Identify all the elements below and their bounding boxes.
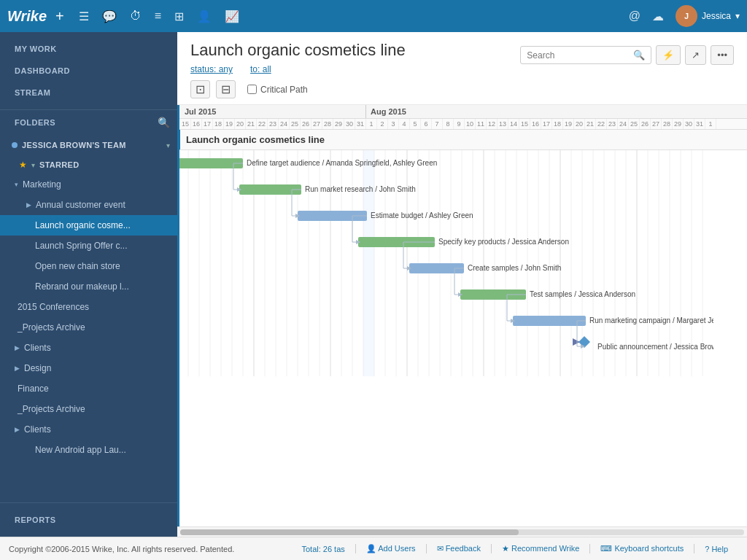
day-cell: 17 xyxy=(541,119,552,129)
sidebar-item-label: 2015 Conferences xyxy=(18,302,89,312)
gantt-scroll-area[interactable]: Jul 2015 Aug 2015 1516171819202122232425… xyxy=(177,105,747,526)
day-cell: 25 xyxy=(290,119,301,129)
day-cell: 31 xyxy=(694,119,705,129)
sidebar-item-annual-event[interactable]: ▶ Annual customer event xyxy=(0,195,177,215)
task-label: Run marketing campaign / Margaret Jennis… xyxy=(589,316,713,324)
sidebar-item-marketing[interactable]: ▾ Marketing xyxy=(0,174,177,195)
sidebar-item-rebrand[interactable]: Rebrand our makeup l... xyxy=(0,276,177,297)
starred-header[interactable]: ★ ▾ STARRED xyxy=(0,155,177,174)
critical-path-checkbox-label[interactable]: Critical Path xyxy=(247,85,308,95)
critical-path-label: Critical Path xyxy=(260,85,308,95)
day-cell: 14 xyxy=(508,119,519,129)
user-menu[interactable]: J Jessica ▾ xyxy=(676,5,740,27)
day-cell: 20 xyxy=(235,119,246,129)
chart-icon[interactable]: 📈 xyxy=(225,9,239,23)
day-cell: 26 xyxy=(640,119,651,129)
day-cell: 2 xyxy=(377,119,388,129)
gantt-wrapper: Jul 2015 Aug 2015 1516171819202122232425… xyxy=(177,105,747,537)
task-label: Define target audience / Amanda Springfi… xyxy=(247,159,437,167)
starred-chevron: ▾ xyxy=(31,161,35,169)
sidebar-item-label: _Projects Archive xyxy=(18,322,85,332)
day-cell: 30 xyxy=(684,119,694,129)
team-header[interactable]: JESSICA BROWN'S TEAM ▾ xyxy=(0,135,177,155)
horizontal-scrollbar[interactable] xyxy=(177,526,747,537)
search-icon: 🔍 xyxy=(633,50,645,61)
day-cell: 5 xyxy=(410,119,421,129)
add-users-link[interactable]: 👤 Add Users xyxy=(355,544,426,553)
day-cell: 27 xyxy=(651,119,662,129)
sidebar-item-label: Marketing xyxy=(23,179,61,190)
username-label: Jessica xyxy=(702,11,731,21)
sidebar-item-clients-1[interactable]: ▶ Clients xyxy=(0,338,177,358)
sidebar-item-label: Rebrand our makeup l... xyxy=(26,281,129,292)
at-icon[interactable]: @ xyxy=(629,9,640,23)
sidebar-my-work[interactable]: MY WORK xyxy=(0,38,177,60)
recommend-link[interactable]: ★ Recommend Wrike xyxy=(491,544,589,553)
day-cell: 15 xyxy=(180,119,191,129)
avatar: J xyxy=(676,5,697,27)
expand-icon: ▶ xyxy=(26,201,31,209)
expand-icon: ▾ xyxy=(15,181,18,188)
day-cell: 27 xyxy=(311,119,322,129)
sidebar-search-icon[interactable]: 🔍 xyxy=(158,117,171,128)
expand-icon: ▶ xyxy=(15,344,20,351)
sidebar-item-open-chain[interactable]: Open new chain store xyxy=(0,256,177,276)
timer-icon[interactable]: ⏱ xyxy=(130,9,142,23)
person-icon[interactable]: 👤 xyxy=(197,9,212,23)
sidebar-item-finance[interactable]: Finance xyxy=(0,378,177,399)
feedback-link[interactable]: ✉ Feedback xyxy=(426,544,491,553)
filter-to[interactable]: to: all xyxy=(250,64,271,74)
shortcuts-link[interactable]: ⌨ Keyboard shortcuts xyxy=(589,544,694,553)
gantt-body: Define target audience / Amanda Springfi… xyxy=(177,150,747,376)
add-button[interactable]: + xyxy=(55,8,64,25)
more-button[interactable]: ••• xyxy=(711,45,734,65)
sidebar-item-android-app[interactable]: New Android app Lau... xyxy=(0,440,177,460)
month-jul: Jul 2015 xyxy=(180,105,366,118)
day-cell: 26 xyxy=(301,119,311,129)
sidebar-item-launch-organic[interactable]: Launch organic cosme... xyxy=(0,215,177,236)
team-dot xyxy=(12,142,18,148)
sidebar-item-label: Launch organic cosme... xyxy=(26,220,131,230)
day-header-container: 1516171819202122232425262728293031123456… xyxy=(180,119,747,129)
menu-icon[interactable]: ☰ xyxy=(79,9,89,23)
sidebar-item-design[interactable]: ▶ Design xyxy=(0,358,177,378)
bottom-bar: Copyright ©2006-2015 Wrike, Inc. All rig… xyxy=(0,537,747,560)
day-cell: 24 xyxy=(618,119,629,129)
filter-icon[interactable]: ≡ xyxy=(155,9,161,23)
day-cell: 25 xyxy=(629,119,640,129)
day-cell: 28 xyxy=(662,119,673,129)
help-link[interactable]: ? Help xyxy=(694,544,738,553)
task-bar[interactable] xyxy=(513,316,586,326)
search-input[interactable] xyxy=(527,50,629,61)
app-logo[interactable]: Wrike xyxy=(7,8,47,25)
filter-action-button[interactable]: ⚡ xyxy=(656,45,681,65)
day-cell: 16 xyxy=(530,119,541,129)
day-cell: 29 xyxy=(673,119,684,129)
team-chevron: ▾ xyxy=(166,141,170,149)
search-bar: 🔍 xyxy=(520,46,651,64)
sidebar-reports[interactable]: REPORTS xyxy=(0,509,177,531)
sidebar-item-conferences[interactable]: 2015 Conferences xyxy=(0,297,177,317)
sidebar-item-projects-archive-2[interactable]: _Projects Archive xyxy=(0,399,177,419)
cloud-icon[interactable]: ☁ xyxy=(652,9,664,23)
sidebar-item-clients-2[interactable]: ▶ Clients xyxy=(0,419,177,440)
sidebar-dashboard[interactable]: DASHBOARD xyxy=(0,60,177,82)
day-cell: 28 xyxy=(322,119,333,129)
day-cell: 7 xyxy=(432,119,443,129)
share-button[interactable]: ↗ xyxy=(685,45,706,65)
user-dropdown-icon[interactable]: ▾ xyxy=(735,11,740,21)
grid-icon[interactable]: ⊞ xyxy=(174,9,184,23)
day-cell: 15 xyxy=(519,119,530,129)
sidebar-item-launch-spring[interactable]: Launch Spring Offer c... xyxy=(0,236,177,256)
day-cell: 18 xyxy=(213,119,224,129)
chat-icon[interactable]: 💬 xyxy=(102,9,117,23)
critical-path-checkbox[interactable] xyxy=(247,85,257,94)
view-btn-1[interactable]: ⊡ xyxy=(190,80,210,98)
task-label: Test samples / Jessica Anderson xyxy=(530,290,635,298)
top-nav-right: @ ☁ J Jessica ▾ xyxy=(629,5,740,27)
filter-status[interactable]: status: any xyxy=(190,64,233,74)
sidebar-stream[interactable]: STREAM xyxy=(0,82,177,104)
sidebar-item-projects-archive-1[interactable]: _Projects Archive xyxy=(0,317,177,338)
view-btn-2[interactable]: ⊟ xyxy=(216,80,236,98)
day-cell: 4 xyxy=(399,119,410,129)
